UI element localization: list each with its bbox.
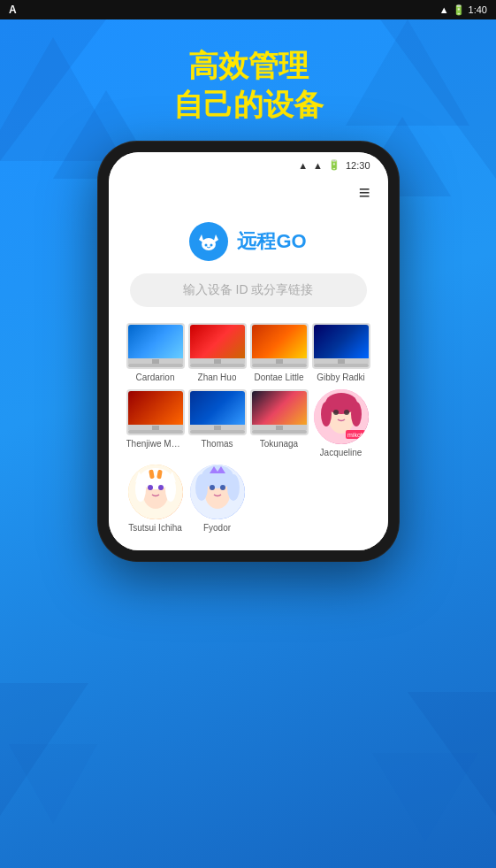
monitor-frame-dontae [250, 323, 309, 369]
status-app-indicator: A [9, 4, 17, 16]
bg-shape-4 [372, 753, 478, 841]
phone-status-bar: ▲ ▲ 🔋 12:30 [109, 152, 388, 174]
hero-line-1: 高效管理 [173, 46, 324, 85]
device-item-thomas[interactable]: Thomas [188, 389, 247, 457]
monitor-base-thenjiwe [128, 430, 183, 434]
search-bar[interactable]: 输入设备 ID 或分享链接 [130, 273, 367, 307]
svg-point-40 [210, 485, 215, 490]
device-item-tsutsui[interactable]: Tsutsui Ichiha [126, 465, 185, 533]
svg-point-31 [158, 485, 164, 490]
battery-indicator: 🔋 [453, 4, 465, 16]
monitor-base-cardarion [128, 364, 183, 367]
hero-line-2: 自己的设备 [173, 85, 324, 124]
svg-point-41 [220, 485, 225, 490]
svg-point-19 [344, 410, 349, 415]
phone-screen: ▲ ▲ 🔋 12:30 ≡ [109, 152, 388, 550]
svg-point-18 [333, 410, 339, 415]
avatar-jacqueline-svg: mikoto [314, 389, 369, 444]
device-item-cardarion[interactable]: Cardarion [126, 323, 185, 382]
device-item-gibby[interactable]: Gibby Radki [312, 323, 370, 382]
device-name-zhanhuo: Zhan Huo [198, 373, 237, 382]
status-right-group: ▲ 🔋 1:40 [439, 4, 487, 16]
device-item-jacqueline[interactable]: mikoto Jacqueline [312, 389, 370, 457]
device-name-tsutsui: Tsutsui Ichiha [128, 523, 182, 533]
svg-point-30 [148, 485, 153, 490]
device-item-tokunaga[interactable]: Tokunaga [250, 389, 309, 457]
monitor-screen-dontae [252, 325, 307, 358]
app-logo-area: 远程GO [123, 208, 374, 273]
monitor-frame-thenjiwe [126, 389, 185, 435]
system-status-bar: A ▲ 🔋 1:40 [0, 0, 496, 19]
hero-text-block: 高效管理 自己的设备 [173, 46, 324, 124]
svg-point-39 [227, 474, 240, 501]
device-name-dontae: Dontae Little [254, 373, 303, 382]
monitor-screen-zhanhuo [190, 325, 245, 358]
device-name-gibby: Gibby Radki [317, 373, 364, 382]
svg-marker-5 [408, 692, 496, 816]
svg-marker-0 [0, 19, 106, 161]
app-logo-icon [189, 222, 228, 261]
svg-marker-4 [0, 683, 88, 816]
phone-time: 12:30 [346, 160, 370, 171]
monitor-screen-thomas [190, 391, 245, 425]
monitor-frame-cardarion [126, 323, 185, 369]
avatar-tsutsui-svg [128, 465, 183, 519]
monitor-base-dontae [252, 364, 307, 367]
phone-outer-frame: ▲ ▲ 🔋 12:30 ≡ [98, 142, 399, 561]
svg-text:mikoto: mikoto [347, 432, 366, 438]
monitor-screen-thenjiwe [128, 391, 183, 425]
monitor-frame-tokunaga [250, 389, 309, 435]
wifi-indicator: ▲ [439, 4, 449, 15]
device-name-jacqueline: Jacqueline [320, 448, 362, 457]
svg-point-38 [195, 474, 208, 501]
monitor-screen-gibby [314, 325, 369, 358]
svg-point-17 [351, 402, 362, 426]
bg-shape-2 [346, 19, 469, 126]
svg-point-11 [210, 244, 213, 247]
phone-signal: ▲ [313, 160, 323, 171]
phone-app-content: ≡ [109, 174, 388, 550]
phone-battery: 🔋 [328, 159, 340, 171]
avatar-tsutsui [128, 465, 183, 519]
device-name-thomas: Thomas [201, 439, 233, 449]
avatar-fyodor-svg [190, 465, 245, 519]
svg-point-7 [202, 238, 216, 250]
hamburger-menu[interactable]: ≡ [123, 174, 374, 208]
device-name-tokunaga: Tokunaga [260, 439, 298, 449]
device-item-fyodor[interactable]: Fyodor [188, 465, 247, 533]
monitor-screen-tokunaga [252, 391, 307, 425]
app-name: 远程GO [237, 228, 306, 255]
svg-point-16 [321, 402, 332, 426]
avatar-fyodor [190, 465, 245, 519]
monitor-base-gibby [314, 364, 369, 367]
bg-shape-3 [9, 744, 97, 824]
monitor-frame-zhanhuo [188, 323, 247, 369]
monitor-frame-gibby [312, 323, 370, 369]
svg-point-10 [205, 244, 208, 247]
status-time: 1:40 [469, 4, 487, 15]
monitor-base-zhanhuo [190, 364, 245, 367]
phone-mockup: ▲ ▲ 🔋 12:30 ≡ [98, 142, 399, 561]
avatar-jacqueline: mikoto [314, 389, 369, 444]
device-name-thenjiwe: Thenjiwe Msutu [126, 439, 185, 449]
monitor-base-thomas [190, 430, 245, 434]
monitor-screen-cardarion [128, 325, 183, 358]
cat-logo-svg [195, 227, 223, 256]
monitor-base-tokunaga [252, 430, 307, 434]
phone-wifi: ▲ [298, 160, 308, 171]
monitor-frame-thomas [188, 389, 247, 435]
device-item-dontae[interactable]: Dontae Little [250, 323, 309, 382]
device-name-cardarion: Cardarion [136, 373, 175, 382]
device-item-thenjiwe[interactable]: Thenjiwe Msutu [126, 389, 185, 457]
device-item-zhanhuo[interactable]: Zhan Huo [188, 323, 247, 382]
device-name-fyodor: Fyodor [203, 523, 231, 533]
main-bg: 高效管理 自己的设备 ▲ ▲ 🔋 12:30 ≡ [0, 19, 496, 868]
device-grid: Cardarion Zhan Huo [123, 323, 374, 533]
